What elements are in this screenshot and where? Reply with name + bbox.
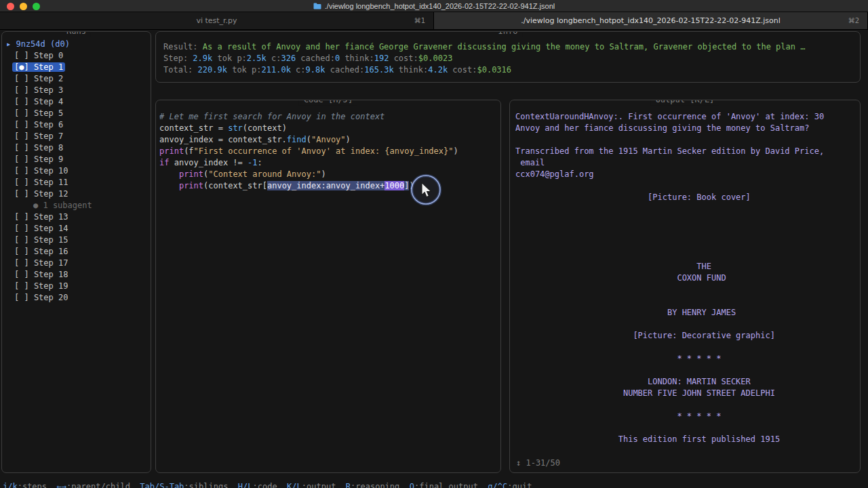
step-row-step-8[interactable]: [ ] Step 8 <box>6 142 151 154</box>
text-segment: print <box>159 146 184 156</box>
tab-viewlog[interactable]: ./viewlog longbench_hotpot_idx140_2026-0… <box>434 12 868 29</box>
text-segment: if <box>159 158 169 167</box>
text-segment: :steps <box>18 482 57 488</box>
runs-panel[interactable]: Runs ▸ 9nz54d (d0)[ ] Step 0[●] Step 1[ … <box>1 31 151 473</box>
output-line <box>515 284 860 296</box>
run-header[interactable]: ▸ 9nz54d (d0) <box>6 39 151 50</box>
output-line <box>515 399 860 411</box>
text-segment: "Anvoy" <box>311 135 346 144</box>
text-segment: p: <box>252 65 261 75</box>
output-line <box>515 422 860 434</box>
output-line <box>515 134 860 146</box>
text-segment: H/L <box>238 482 253 488</box>
window-title-text: ./viewlog longbench_hotpot_idx140_2026-0… <box>325 2 555 10</box>
output-line: NUMBER FIVE JOHN STREET ADELPHI <box>515 388 860 399</box>
step-label: [ ] Step 4 <box>12 97 65 106</box>
text-segment: 2.5k <box>247 54 267 63</box>
code-line: if anvoy_index != -1: <box>159 157 500 169</box>
output-line: [Picture: Book cover] <box>515 192 860 203</box>
info-line: Total: 220.9k tok p:211.0k c:9.8k cached… <box>163 64 860 76</box>
step-row-step-14[interactable]: [ ] Step 14 <box>6 223 151 235</box>
text-segment: ) <box>409 181 414 190</box>
step-selected: [●] Step 1 <box>12 62 65 72</box>
text-segment: 326 <box>281 54 296 63</box>
text-segment: 9.8k <box>306 65 326 75</box>
step-row-step-0[interactable]: [ ] Step 0 <box>6 50 151 62</box>
text-segment: 2.9k <box>193 54 212 63</box>
step-label: [ ] Step 6 <box>12 120 65 129</box>
text-segment: 165.3k <box>364 65 393 75</box>
text-segment: 4.2k <box>428 65 448 75</box>
text-segment: Step: <box>163 54 193 63</box>
code-line: print(f"First occurrence of 'Anvoy' at i… <box>159 146 500 157</box>
step-row-step-7[interactable]: [ ] Step 7 <box>6 131 151 142</box>
tab-label: vi test_r.py <box>196 16 237 25</box>
output-line: [Picture: Decorative graphic] <box>515 330 860 342</box>
text-segment: Total: <box>163 65 198 75</box>
text-segment: q/^C <box>488 482 507 488</box>
step-row-step-5[interactable]: [ ] Step 5 <box>6 108 151 119</box>
folder-icon <box>313 3 321 9</box>
text-segment: 211.0k <box>262 65 291 75</box>
runs-panel-title: Runs <box>62 31 91 37</box>
code-line: print(context_str[anvoy_index:anvoy_inde… <box>159 180 500 192</box>
output-line: Anvoy and her fiance discussing giving t… <box>515 123 860 134</box>
text-segment: O <box>410 482 414 488</box>
text-segment: R <box>346 482 351 488</box>
output-line: THE <box>515 261 860 272</box>
text-segment: $0.0316 <box>477 65 511 75</box>
tab-vi-test-r-py[interactable]: vi test_r.py ⌘1 <box>0 12 434 29</box>
step-row-step-18[interactable]: [ ] Step 18 <box>6 269 151 281</box>
tab-shortcut: ⌘2 <box>848 17 859 24</box>
status-bar: j/k:steps ←→:parent/child Tab/S-Tab:sibl… <box>3 481 865 488</box>
subagent-row[interactable]: ● 1 subagent <box>6 200 151 211</box>
output-line: * * * * * <box>515 353 860 365</box>
output-line <box>515 296 860 307</box>
step-row-step-17[interactable]: [ ] Step 17 <box>6 258 151 269</box>
text-segment: ) <box>453 146 458 156</box>
step-row-step-10[interactable]: [ ] Step 10 <box>6 165 151 177</box>
step-row-step-13[interactable]: [ ] Step 13 <box>6 211 151 223</box>
text-segment: :reasoning <box>351 482 410 488</box>
step-row-step-20[interactable]: [ ] Step 20 <box>6 292 151 304</box>
code-panel[interactable]: Code [H/J] # Let me first search for Anv… <box>155 100 501 473</box>
text-segment: Tab/S-Tab <box>140 482 184 488</box>
step-row-step-16[interactable]: [ ] Step 16 <box>6 246 151 258</box>
text-segment: c: <box>267 54 281 63</box>
text-segment: (context_str[ <box>203 181 267 190</box>
step-row-step-2[interactable]: [ ] Step 2 <box>6 73 151 85</box>
step-row-step-6[interactable]: [ ] Step 6 <box>6 119 151 131</box>
step-row-step-12[interactable]: [ ] Step 12 <box>6 188 151 200</box>
text-segment: context_str = <box>159 123 228 133</box>
runs-list: ▸ 9nz54d (d0)[ ] Step 0[●] Step 1[ ] Ste… <box>2 32 151 304</box>
text-segment: ) <box>346 135 351 144</box>
step-row-step-15[interactable]: [ ] Step 15 <box>6 235 151 246</box>
text-segment: cost: <box>448 65 477 75</box>
text-segment: tok <box>227 65 252 75</box>
step-row-step-1[interactable]: [●] Step 1 <box>6 62 151 73</box>
step-row-step-19[interactable]: [ ] Step 19 <box>6 281 151 292</box>
info-line: Step: 2.9k tok p:2.5k c:326 cached:0 thi… <box>163 53 860 64</box>
text-segment: (context) <box>243 123 287 133</box>
output-line: * * * * * <box>515 411 860 422</box>
step-row-step-9[interactable]: [ ] Step 9 <box>6 154 151 165</box>
step-label: [ ] Step 11 <box>12 178 70 187</box>
output-line <box>515 249 860 261</box>
step-row-step-3[interactable]: [ ] Step 3 <box>6 85 151 96</box>
output-line: Transcribed from the 1915 Martin Secker … <box>515 146 860 157</box>
text-segment: anvoy_index = context_str. <box>159 135 287 144</box>
text-segment: cost: <box>389 54 418 63</box>
text-segment: cached: <box>325 65 364 75</box>
output-panel[interactable]: Output [K/L] ContextUaroundHAnvoy:. Firs… <box>509 100 861 473</box>
info-panel: Info Result: As a result of Anvoy and he… <box>155 31 861 83</box>
step-row-step-11[interactable]: [ ] Step 11 <box>6 177 151 188</box>
text-segment: "Context around Anvoy:" <box>208 169 321 179</box>
text-segment: find <box>287 135 307 144</box>
text-segment: p: <box>237 54 246 63</box>
step-row-step-4[interactable]: [ ] Step 4 <box>6 96 151 108</box>
output-line: BY HENRY JAMES <box>515 307 860 319</box>
window-title: ./viewlog longbench_hotpot_idx140_2026-0… <box>0 0 868 12</box>
text-segment <box>159 181 179 190</box>
text-segment: :code <box>253 482 288 488</box>
step-label: [ ] Step 9 <box>12 155 65 164</box>
